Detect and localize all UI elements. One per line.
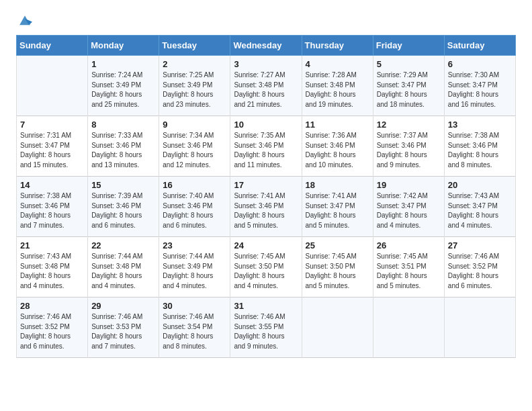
day-number: 28 <box>20 301 84 311</box>
calendar-cell: 18Sunrise: 7:41 AM Sunset: 3:47 PM Dayli… <box>302 177 373 237</box>
day-number: 22 <box>91 240 155 250</box>
calendar-cell: 31Sunrise: 7:46 AM Sunset: 3:55 PM Dayli… <box>230 298 302 358</box>
day-info: Sunrise: 7:37 AM Sunset: 3:46 PM Dayligh… <box>377 131 441 170</box>
calendar-cell: 15Sunrise: 7:39 AM Sunset: 3:46 PM Dayli… <box>88 177 159 237</box>
day-info: Sunrise: 7:25 AM Sunset: 3:49 PM Dayligh… <box>163 71 226 109</box>
day-number: 10 <box>234 120 298 130</box>
day-info: Sunrise: 7:36 AM Sunset: 3:46 PM Dayligh… <box>306 131 369 170</box>
calendar-week-row: 7Sunrise: 7:31 AM Sunset: 3:47 PM Daylig… <box>17 116 516 177</box>
calendar-cell: 22Sunrise: 7:44 AM Sunset: 3:48 PM Dayli… <box>88 237 159 298</box>
day-info: Sunrise: 7:33 AM Sunset: 3:46 PM Dayligh… <box>91 131 155 170</box>
day-number: 5 <box>377 59 441 69</box>
day-number: 11 <box>306 120 369 130</box>
day-info: Sunrise: 7:43 AM Sunset: 3:48 PM Dayligh… <box>20 252 84 291</box>
day-number: 7 <box>20 120 84 130</box>
calendar-cell: 1Sunrise: 7:24 AM Sunset: 3:49 PM Daylig… <box>88 56 159 116</box>
day-info: Sunrise: 7:29 AM Sunset: 3:47 PM Dayligh… <box>377 71 441 109</box>
day-info: Sunrise: 7:46 AM Sunset: 3:54 PM Dayligh… <box>163 312 226 351</box>
day-info: Sunrise: 7:46 AM Sunset: 3:52 PM Dayligh… <box>448 252 512 291</box>
calendar-cell: 7Sunrise: 7:31 AM Sunset: 3:47 PM Daylig… <box>17 116 88 177</box>
calendar-cell: 30Sunrise: 7:46 AM Sunset: 3:54 PM Dayli… <box>159 298 230 358</box>
calendar-cell: 8Sunrise: 7:33 AM Sunset: 3:46 PM Daylig… <box>88 116 159 177</box>
day-header-friday: Friday <box>373 36 444 56</box>
calendar-body: 1Sunrise: 7:24 AM Sunset: 3:49 PM Daylig… <box>17 56 516 358</box>
calendar-cell <box>302 298 373 358</box>
day-number: 3 <box>234 59 298 69</box>
day-info: Sunrise: 7:27 AM Sunset: 3:48 PM Dayligh… <box>234 71 298 109</box>
calendar-cell: 23Sunrise: 7:44 AM Sunset: 3:49 PM Dayli… <box>159 237 230 298</box>
day-header-saturday: Saturday <box>444 36 515 56</box>
calendar-cell: 17Sunrise: 7:41 AM Sunset: 3:46 PM Dayli… <box>230 177 302 237</box>
calendar-week-row: 1Sunrise: 7:24 AM Sunset: 3:49 PM Daylig… <box>17 56 516 116</box>
calendar-table: SundayMondayTuesdayWednesdayThursdayFrid… <box>16 35 516 358</box>
logo-icon <box>17 13 32 28</box>
day-number: 4 <box>306 59 369 69</box>
calendar-cell <box>444 298 515 358</box>
calendar-cell: 10Sunrise: 7:35 AM Sunset: 3:46 PM Dayli… <box>230 116 302 177</box>
logo <box>16 16 32 28</box>
day-info: Sunrise: 7:42 AM Sunset: 3:47 PM Dayligh… <box>377 191 441 230</box>
day-info: Sunrise: 7:24 AM Sunset: 3:49 PM Dayligh… <box>91 71 155 109</box>
calendar-week-row: 28Sunrise: 7:46 AM Sunset: 3:52 PM Dayli… <box>17 298 516 358</box>
day-number: 14 <box>20 180 84 190</box>
day-number: 26 <box>377 240 441 250</box>
calendar-cell: 14Sunrise: 7:38 AM Sunset: 3:46 PM Dayli… <box>17 177 88 237</box>
day-info: Sunrise: 7:45 AM Sunset: 3:50 PM Dayligh… <box>306 252 369 291</box>
calendar-cell: 29Sunrise: 7:46 AM Sunset: 3:53 PM Dayli… <box>88 298 159 358</box>
day-info: Sunrise: 7:35 AM Sunset: 3:46 PM Dayligh… <box>234 131 298 170</box>
day-info: Sunrise: 7:30 AM Sunset: 3:47 PM Dayligh… <box>448 71 512 109</box>
day-number: 13 <box>448 120 512 130</box>
day-header-sunday: Sunday <box>17 36 88 56</box>
day-number: 27 <box>448 240 512 250</box>
day-info: Sunrise: 7:38 AM Sunset: 3:46 PM Dayligh… <box>448 131 512 170</box>
day-info: Sunrise: 7:41 AM Sunset: 3:46 PM Dayligh… <box>234 191 298 230</box>
day-info: Sunrise: 7:44 AM Sunset: 3:48 PM Dayligh… <box>91 252 155 291</box>
day-info: Sunrise: 7:46 AM Sunset: 3:52 PM Dayligh… <box>20 312 84 351</box>
calendar-week-row: 21Sunrise: 7:43 AM Sunset: 3:48 PM Dayli… <box>17 237 516 298</box>
day-number: 20 <box>448 180 512 190</box>
day-number: 12 <box>377 120 441 130</box>
calendar-cell: 28Sunrise: 7:46 AM Sunset: 3:52 PM Dayli… <box>17 298 88 358</box>
day-info: Sunrise: 7:46 AM Sunset: 3:53 PM Dayligh… <box>91 312 155 351</box>
day-info: Sunrise: 7:28 AM Sunset: 3:48 PM Dayligh… <box>306 71 369 109</box>
calendar-cell: 12Sunrise: 7:37 AM Sunset: 3:46 PM Dayli… <box>373 116 444 177</box>
day-info: Sunrise: 7:34 AM Sunset: 3:46 PM Dayligh… <box>163 131 226 170</box>
calendar-header-row: SundayMondayTuesdayWednesdayThursdayFrid… <box>17 36 516 56</box>
day-info: Sunrise: 7:39 AM Sunset: 3:46 PM Dayligh… <box>91 191 155 230</box>
day-info: Sunrise: 7:31 AM Sunset: 3:47 PM Dayligh… <box>20 131 84 170</box>
day-info: Sunrise: 7:46 AM Sunset: 3:55 PM Dayligh… <box>234 312 298 351</box>
day-info: Sunrise: 7:45 AM Sunset: 3:50 PM Dayligh… <box>234 252 298 291</box>
day-number: 25 <box>306 240 369 250</box>
day-number: 9 <box>163 120 226 130</box>
calendar-cell: 20Sunrise: 7:43 AM Sunset: 3:47 PM Dayli… <box>444 177 515 237</box>
day-info: Sunrise: 7:40 AM Sunset: 3:46 PM Dayligh… <box>163 191 226 230</box>
calendar-cell: 3Sunrise: 7:27 AM Sunset: 3:48 PM Daylig… <box>230 56 302 116</box>
day-header-thursday: Thursday <box>302 36 373 56</box>
day-number: 15 <box>91 180 155 190</box>
day-header-monday: Monday <box>88 36 159 56</box>
day-info: Sunrise: 7:43 AM Sunset: 3:47 PM Dayligh… <box>448 191 512 230</box>
day-number: 19 <box>377 180 441 190</box>
day-number: 8 <box>91 120 155 130</box>
day-number: 6 <box>448 59 512 69</box>
calendar-cell: 26Sunrise: 7:45 AM Sunset: 3:51 PM Dayli… <box>373 237 444 298</box>
day-header-wednesday: Wednesday <box>230 36 302 56</box>
calendar-cell: 16Sunrise: 7:40 AM Sunset: 3:46 PM Dayli… <box>159 177 230 237</box>
calendar-cell: 24Sunrise: 7:45 AM Sunset: 3:50 PM Dayli… <box>230 237 302 298</box>
calendar-cell: 13Sunrise: 7:38 AM Sunset: 3:46 PM Dayli… <box>444 116 515 177</box>
calendar-cell: 19Sunrise: 7:42 AM Sunset: 3:47 PM Dayli… <box>373 177 444 237</box>
day-info: Sunrise: 7:38 AM Sunset: 3:46 PM Dayligh… <box>20 191 84 230</box>
calendar-cell: 25Sunrise: 7:45 AM Sunset: 3:50 PM Dayli… <box>302 237 373 298</box>
calendar-cell: 2Sunrise: 7:25 AM Sunset: 3:49 PM Daylig… <box>159 56 230 116</box>
day-header-tuesday: Tuesday <box>159 36 230 56</box>
page-header <box>16 13 516 28</box>
day-number: 16 <box>163 180 226 190</box>
calendar-cell <box>17 56 88 116</box>
day-number: 23 <box>163 240 226 250</box>
calendar-cell: 21Sunrise: 7:43 AM Sunset: 3:48 PM Dayli… <box>17 237 88 298</box>
day-number: 30 <box>163 301 226 311</box>
day-number: 29 <box>91 301 155 311</box>
day-number: 17 <box>234 180 298 190</box>
calendar-cell: 11Sunrise: 7:36 AM Sunset: 3:46 PM Dayli… <box>302 116 373 177</box>
calendar-cell <box>373 298 444 358</box>
